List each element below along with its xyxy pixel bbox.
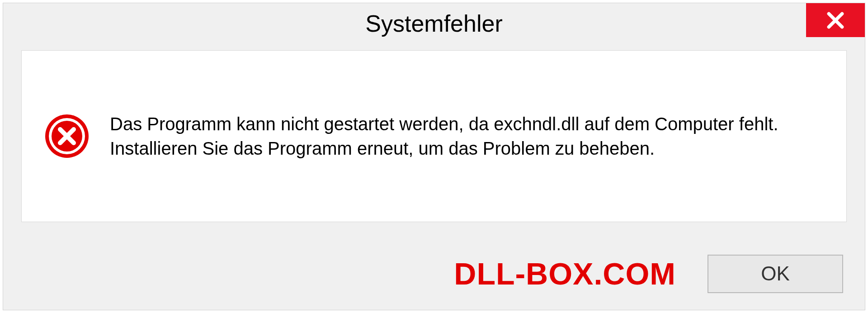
content-panel: Das Programm kann nicht gestartet werden…	[21, 50, 847, 222]
error-icon	[44, 114, 90, 159]
titlebar: Systemfehler	[3, 3, 865, 44]
dialog-footer: DLL-BOX.COM OK	[3, 237, 865, 310]
close-button[interactable]	[806, 3, 865, 37]
error-dialog: Systemfehler Das Programm kann nicht ges…	[3, 3, 865, 310]
watermark-text: DLL-BOX.COM	[454, 256, 676, 291]
error-message: Das Programm kann nicht gestartet werden…	[110, 112, 824, 161]
dialog-title: Systemfehler	[365, 10, 502, 37]
ok-button[interactable]: OK	[708, 255, 843, 293]
close-icon	[826, 10, 845, 30]
